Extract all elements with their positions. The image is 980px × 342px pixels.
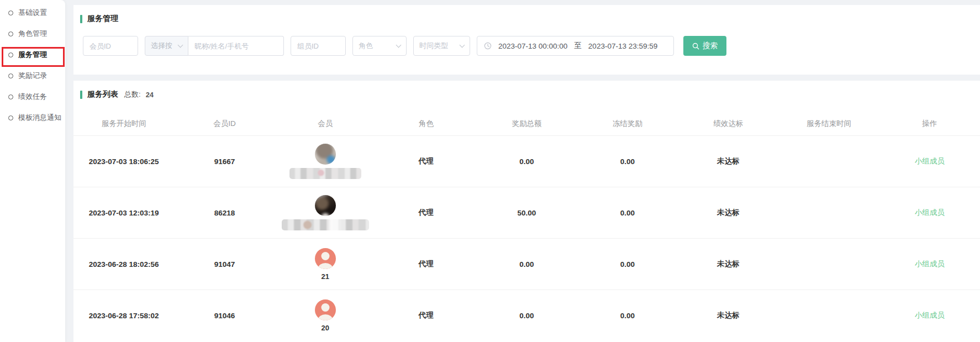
member-id-input[interactable]: [83, 36, 138, 56]
sidebar-item-label: 服务管理: [18, 50, 47, 60]
performance-value: 未达标: [678, 208, 778, 218]
table-row: 2023-07-03 12:03:19 86218 代理 50.00 0.00 …: [73, 187, 980, 238]
role-value: 代理: [376, 311, 476, 320]
time-type-dropdown[interactable]: 时间类型: [413, 36, 470, 56]
member-name-value: 20: [322, 324, 329, 332]
frozen-reward-value: 0.00: [577, 312, 678, 320]
col-header-member: 会员: [275, 119, 376, 129]
circle-bullet-icon: [8, 10, 13, 15]
role-dropdown-label: 角色: [359, 41, 391, 51]
page-title: 服务管理: [80, 14, 973, 24]
start-time-value: 2023-06-28 17:58:02: [73, 312, 174, 320]
sidebar-item-label: 模板消息通知: [18, 113, 61, 123]
group-member-id-input[interactable]: [291, 36, 346, 56]
member-avatar-blurred: [315, 195, 336, 216]
chevron-down-icon: [460, 42, 465, 48]
clock-icon: [484, 42, 492, 50]
member-cell: [275, 195, 376, 230]
sidebar-item-label: 角色管理: [18, 29, 47, 39]
list-title-text: 服务列表: [87, 90, 118, 99]
member-avatar-blurred: [315, 144, 336, 165]
search-by-group: 选择按: [145, 36, 284, 56]
select-by-dropdown[interactable]: 选择按: [145, 36, 188, 56]
search-button-label: 搜索: [703, 41, 718, 51]
sidebar-item-template-message[interactable]: 模板消息通知: [0, 107, 65, 128]
col-header-frozen-reward: 冻结奖励: [577, 119, 678, 129]
member-id-value: 91046: [174, 312, 275, 320]
role-dropdown[interactable]: 角色: [352, 36, 407, 56]
sidebar-item-service-management[interactable]: 服务管理: [0, 44, 65, 65]
frozen-reward-value: 0.00: [577, 157, 678, 166]
date-separator: 至: [574, 41, 582, 51]
search-button[interactable]: 搜索: [683, 36, 726, 56]
censored-name-mosaic: [282, 219, 369, 230]
table-header-row: 服务开始时间 会员ID 会员 角色 奖励总额 冻结奖励 绩效达标 服务结束时间 …: [73, 112, 980, 135]
group-members-link[interactable]: 小组成员: [915, 311, 945, 319]
sidebar-item-label: 绩效任务: [18, 92, 47, 102]
col-header-actions: 操作: [879, 119, 980, 129]
col-header-reward-total: 奖励总额: [476, 119, 577, 129]
table-row: 2023-06-28 18:02:56 91047 21 代理 0.00 0.0…: [73, 238, 980, 290]
group-members-link[interactable]: 小组成员: [915, 260, 945, 268]
sidebar-item-basic-settings[interactable]: 基础设置: [0, 2, 65, 23]
reward-total-value: 50.00: [476, 209, 577, 217]
censored-name-mosaic: [289, 168, 361, 179]
frozen-reward-value: 0.00: [577, 209, 678, 217]
group-members-link[interactable]: 小组成员: [915, 157, 945, 165]
default-person-avatar-icon: [315, 248, 336, 269]
group-members-link[interactable]: 小组成员: [915, 208, 945, 217]
performance-value: 未达标: [678, 311, 778, 320]
sidebar-item-reward-records[interactable]: 奖励记录: [0, 65, 65, 86]
nickname-input[interactable]: [188, 36, 284, 56]
sidebar-item-performance-tasks[interactable]: 绩效任务: [0, 86, 65, 107]
title-marker-bar: [80, 15, 82, 23]
service-list-card: 服务列表 总数: 24 服务开始时间 会员ID 会员 角色 奖励总额 冻结奖励 …: [73, 81, 980, 342]
performance-value: 未达标: [678, 259, 778, 269]
total-count: 24: [146, 91, 154, 99]
filter-card: 服务管理 选择按 角色 时间类型: [73, 5, 980, 75]
role-value: 代理: [376, 259, 476, 269]
title-marker-bar: [80, 91, 82, 99]
start-time-value: 2023-07-03 18:06:25: [73, 157, 174, 166]
member-id-value: 91667: [174, 157, 275, 166]
table-row: 2023-06-28 17:58:02 91046 20 代理 0.00 0.0…: [73, 290, 980, 341]
member-id-value: 86218: [174, 209, 275, 217]
reward-total-value: 0.00: [476, 260, 577, 269]
reward-total-value: 0.00: [476, 312, 577, 320]
main-content: 服务管理 选择按 角色 时间类型: [73, 0, 980, 342]
sidebar-item-label: 基础设置: [18, 8, 47, 18]
start-time-value: 2023-07-03 12:03:19: [73, 209, 174, 217]
start-time-value: 2023-06-28 18:02:56: [73, 260, 174, 269]
member-cell: 21: [275, 248, 376, 281]
circle-bullet-icon: [8, 31, 13, 36]
circle-bullet-icon: [8, 94, 13, 99]
performance-value: 未达标: [678, 156, 778, 166]
sidebar-item-label: 奖励记录: [18, 71, 47, 81]
col-header-start-time: 服务开始时间: [73, 119, 174, 129]
col-header-performance: 绩效达标: [678, 119, 778, 129]
col-header-member-id: 会员ID: [174, 119, 275, 129]
col-header-end-time: 服务结束时间: [778, 119, 879, 129]
filter-bar: 选择按 角色 时间类型: [83, 36, 973, 56]
time-type-label: 时间类型: [419, 41, 455, 51]
sidebar-item-role-management[interactable]: 角色管理: [0, 23, 65, 44]
chevron-down-icon: [178, 42, 183, 48]
page-title-text: 服务管理: [87, 14, 118, 24]
select-by-label: 选择按: [151, 41, 173, 51]
table-row: 2023-07-03 18:06:25 91667 代理 0.00 0.00 未…: [73, 135, 980, 187]
member-id-value: 91047: [174, 260, 275, 269]
date-range-picker[interactable]: 2023-07-13 00:00:00 至 2023-07-13 23:59:5…: [477, 36, 674, 56]
circle-bullet-icon: [8, 115, 13, 120]
sidebar: 基础设置 角色管理 服务管理 奖励记录 绩效任务 模板消息通知: [0, 0, 65, 342]
member-cell: [275, 144, 376, 179]
date-end-value: 2023-07-13 23:59:59: [588, 42, 657, 50]
total-label: 总数:: [124, 90, 141, 99]
date-start-value: 2023-07-13 00:00:00: [498, 42, 567, 50]
circle-bullet-icon: [8, 52, 13, 57]
member-name-value: 21: [322, 272, 329, 281]
frozen-reward-value: 0.00: [577, 260, 678, 269]
chevron-down-icon: [396, 42, 402, 48]
member-cell: 20: [275, 299, 376, 332]
circle-bullet-icon: [8, 73, 13, 78]
col-header-role: 角色: [376, 119, 476, 129]
